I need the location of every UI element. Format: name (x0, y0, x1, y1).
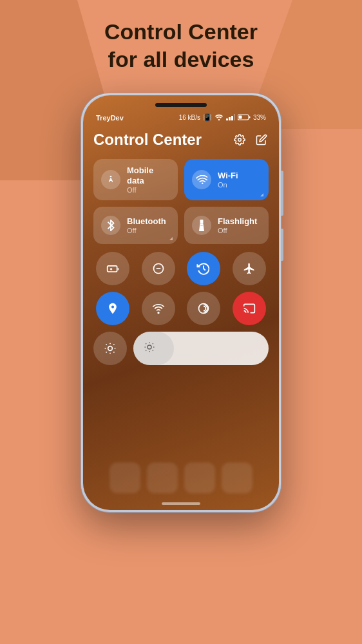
control-center-content: Control Center (93, 131, 269, 497)
bluetooth-arrow (169, 237, 173, 240)
svg-line-28 (106, 352, 107, 352)
btn-rotate[interactable] (187, 252, 220, 285)
svg-point-0 (218, 118, 220, 120)
settings-icon[interactable] (233, 133, 247, 147)
tiles-grid: Mobile data Off Wi (93, 159, 269, 244)
dock-icon-2 (147, 462, 178, 493)
mobile-data-label: Mobile data (127, 166, 170, 185)
cc-title-row: Control Center (93, 131, 269, 149)
brightness-sun-icon (144, 341, 155, 356)
edit-icon[interactable] (254, 133, 269, 147)
svg-line-33 (146, 343, 146, 344)
svg-rect-2 (229, 117, 231, 120)
svg-rect-12 (200, 225, 202, 226)
dock-icon-3 (184, 462, 215, 493)
svg-point-9 (202, 183, 203, 184)
svg-point-21 (108, 346, 113, 351)
wifi-status-icon (214, 114, 224, 122)
tile-mobile-data[interactable]: Mobile data Off (93, 159, 178, 200)
bluetooth-label: Bluetooth (127, 216, 166, 227)
svg-rect-6 (249, 116, 250, 118)
status-icons: 16 kB/s 📳 (179, 113, 266, 122)
header-line1: Control Center (104, 19, 258, 44)
mobile-data-text: Mobile data Off (127, 166, 170, 194)
svg-line-34 (153, 350, 153, 350)
btn-hotspot[interactable] (142, 292, 175, 325)
home-indicator[interactable] (162, 502, 200, 505)
svg-marker-11 (199, 224, 204, 231)
svg-rect-3 (231, 116, 233, 120)
flashlight-label: Flashlight (218, 216, 257, 227)
round-row-1 (93, 252, 269, 285)
cc-title: Control Center (93, 131, 202, 149)
carrier-name: TreyDev (96, 114, 124, 122)
mobile-data-icon (101, 170, 120, 189)
battery-percent: 33% (253, 114, 266, 121)
bottom-app-dock (93, 462, 269, 495)
brightness-settings-btn[interactable] (93, 332, 127, 365)
vibrate-icon: 📳 (203, 113, 212, 122)
svg-rect-1 (226, 118, 228, 120)
svg-line-37 (146, 350, 146, 350)
wifi-arrow (260, 193, 263, 196)
btn-location[interactable] (96, 292, 129, 325)
wifi-label: Wi-Fi (218, 171, 238, 181)
btn-nfc[interactable] (187, 292, 220, 325)
svg-line-25 (113, 352, 114, 352)
signal-icon (226, 114, 235, 122)
svg-rect-7 (238, 115, 242, 118)
header-text: Control Center for all devices (0, 18, 362, 73)
wifi-text: Wi-Fi On (218, 171, 238, 189)
flashlight-icon (192, 216, 211, 235)
svg-rect-13 (108, 266, 117, 272)
speed-indicator: 16 kB/s (179, 114, 200, 121)
svg-rect-4 (234, 114, 235, 120)
battery-icon (238, 114, 251, 122)
mobile-data-status: Off (127, 186, 170, 194)
btn-battery-saver[interactable] (96, 252, 129, 285)
svg-line-24 (106, 345, 107, 345)
dock-icon-1 (110, 462, 140, 493)
svg-line-38 (153, 343, 153, 344)
phone-frame: TreyDev 16 kB/s 📳 (81, 93, 281, 512)
side-button-power[interactable] (281, 171, 283, 216)
svg-point-18 (158, 312, 159, 314)
tile-flashlight[interactable]: Flashlight Off (184, 207, 269, 244)
btn-cast[interactable] (233, 292, 266, 325)
phone-screen: TreyDev 16 kB/s 📳 (83, 95, 279, 510)
svg-line-29 (113, 345, 114, 345)
svg-rect-10 (200, 220, 204, 224)
bluetooth-text: Bluetooth Off (127, 216, 166, 235)
wifi-icon (192, 170, 211, 189)
brightness-row (93, 332, 269, 365)
btn-dnd[interactable] (142, 252, 175, 285)
svg-point-8 (238, 138, 242, 142)
flashlight-text: Flashlight Off (218, 216, 257, 235)
brightness-slider[interactable] (133, 332, 269, 365)
status-bar: TreyDev 16 kB/s 📳 (96, 113, 266, 122)
flashlight-status: Off (218, 227, 257, 234)
btn-airplane[interactable] (233, 252, 266, 285)
tile-bluetooth[interactable]: Bluetooth Off (93, 207, 178, 244)
header-line2: for all devices (108, 47, 254, 71)
round-row-2 (93, 292, 269, 325)
dock-icon-4 (222, 462, 252, 493)
svg-point-30 (148, 345, 151, 349)
cc-title-icons (233, 133, 269, 147)
bluetooth-status: Off (127, 227, 166, 234)
phone-speaker (155, 103, 207, 107)
tile-wifi[interactable]: Wi-Fi On (184, 159, 269, 200)
side-button-volume[interactable] (281, 229, 283, 261)
wifi-status: On (218, 181, 238, 189)
bluetooth-icon (101, 216, 120, 235)
